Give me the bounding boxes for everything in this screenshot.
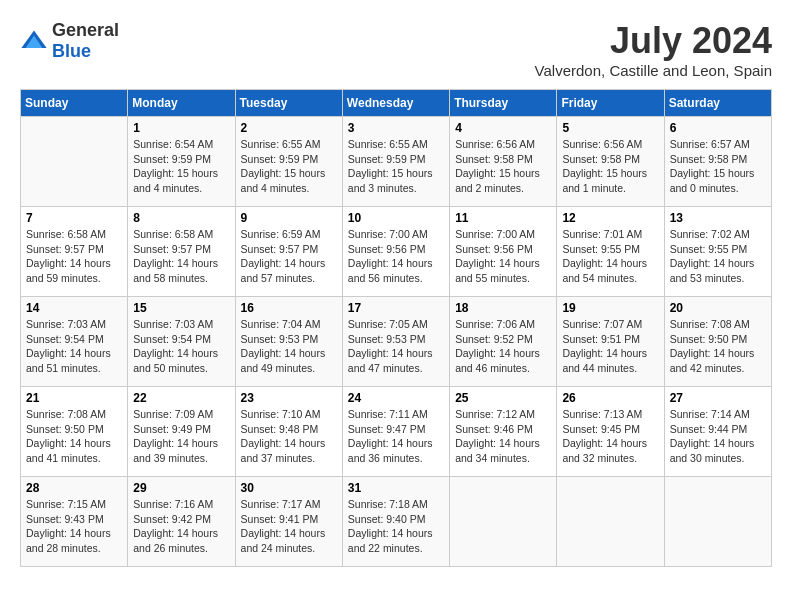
page-header: General Blue July 2024 Valverdon, Castil… [20,20,772,79]
calendar-cell: 10Sunrise: 7:00 AMSunset: 9:56 PMDayligh… [342,207,449,297]
day-number: 31 [348,481,444,495]
calendar-cell: 27Sunrise: 7:14 AMSunset: 9:44 PMDayligh… [664,387,771,477]
day-number: 29 [133,481,229,495]
day-info: Sunrise: 6:55 AMSunset: 9:59 PMDaylight:… [348,137,444,196]
calendar-cell [21,117,128,207]
calendar-cell: 20Sunrise: 7:08 AMSunset: 9:50 PMDayligh… [664,297,771,387]
day-number: 8 [133,211,229,225]
calendar-cell: 3Sunrise: 6:55 AMSunset: 9:59 PMDaylight… [342,117,449,207]
calendar-cell: 23Sunrise: 7:10 AMSunset: 9:48 PMDayligh… [235,387,342,477]
day-number: 26 [562,391,658,405]
day-info: Sunrise: 7:13 AMSunset: 9:45 PMDaylight:… [562,407,658,466]
calendar-week-row: 14Sunrise: 7:03 AMSunset: 9:54 PMDayligh… [21,297,772,387]
day-info: Sunrise: 7:06 AMSunset: 9:52 PMDaylight:… [455,317,551,376]
calendar-cell: 13Sunrise: 7:02 AMSunset: 9:55 PMDayligh… [664,207,771,297]
day-number: 11 [455,211,551,225]
day-info: Sunrise: 6:58 AMSunset: 9:57 PMDaylight:… [26,227,122,286]
logo: General Blue [20,20,119,62]
column-header-tuesday: Tuesday [235,90,342,117]
column-header-friday: Friday [557,90,664,117]
calendar-cell: 19Sunrise: 7:07 AMSunset: 9:51 PMDayligh… [557,297,664,387]
calendar-cell: 15Sunrise: 7:03 AMSunset: 9:54 PMDayligh… [128,297,235,387]
calendar-cell: 2Sunrise: 6:55 AMSunset: 9:59 PMDaylight… [235,117,342,207]
calendar-cell [450,477,557,567]
calendar-cell: 22Sunrise: 7:09 AMSunset: 9:49 PMDayligh… [128,387,235,477]
day-number: 30 [241,481,337,495]
day-number: 18 [455,301,551,315]
calendar-cell: 9Sunrise: 6:59 AMSunset: 9:57 PMDaylight… [235,207,342,297]
calendar-week-row: 1Sunrise: 6:54 AMSunset: 9:59 PMDaylight… [21,117,772,207]
calendar-cell: 30Sunrise: 7:17 AMSunset: 9:41 PMDayligh… [235,477,342,567]
page-subtitle: Valverdon, Castille and Leon, Spain [535,62,772,79]
day-number: 25 [455,391,551,405]
day-info: Sunrise: 6:56 AMSunset: 9:58 PMDaylight:… [455,137,551,196]
day-info: Sunrise: 7:16 AMSunset: 9:42 PMDaylight:… [133,497,229,556]
day-number: 3 [348,121,444,135]
day-number: 4 [455,121,551,135]
calendar-cell [664,477,771,567]
title-block: July 2024 Valverdon, Castille and Leon, … [535,20,772,79]
calendar-week-row: 28Sunrise: 7:15 AMSunset: 9:43 PMDayligh… [21,477,772,567]
day-number: 17 [348,301,444,315]
column-header-monday: Monday [128,90,235,117]
calendar-cell: 21Sunrise: 7:08 AMSunset: 9:50 PMDayligh… [21,387,128,477]
day-info: Sunrise: 7:12 AMSunset: 9:46 PMDaylight:… [455,407,551,466]
calendar-table: SundayMondayTuesdayWednesdayThursdayFrid… [20,89,772,567]
day-number: 21 [26,391,122,405]
calendar-week-row: 21Sunrise: 7:08 AMSunset: 9:50 PMDayligh… [21,387,772,477]
calendar-cell: 8Sunrise: 6:58 AMSunset: 9:57 PMDaylight… [128,207,235,297]
day-number: 5 [562,121,658,135]
day-number: 16 [241,301,337,315]
day-number: 2 [241,121,337,135]
day-info: Sunrise: 6:55 AMSunset: 9:59 PMDaylight:… [241,137,337,196]
day-info: Sunrise: 7:04 AMSunset: 9:53 PMDaylight:… [241,317,337,376]
calendar-cell: 12Sunrise: 7:01 AMSunset: 9:55 PMDayligh… [557,207,664,297]
day-number: 28 [26,481,122,495]
calendar-cell: 29Sunrise: 7:16 AMSunset: 9:42 PMDayligh… [128,477,235,567]
day-info: Sunrise: 7:15 AMSunset: 9:43 PMDaylight:… [26,497,122,556]
day-info: Sunrise: 7:14 AMSunset: 9:44 PMDaylight:… [670,407,766,466]
calendar-cell: 31Sunrise: 7:18 AMSunset: 9:40 PMDayligh… [342,477,449,567]
logo-blue: Blue [52,41,91,61]
column-header-thursday: Thursday [450,90,557,117]
calendar-cell: 1Sunrise: 6:54 AMSunset: 9:59 PMDaylight… [128,117,235,207]
day-number: 6 [670,121,766,135]
calendar-cell: 26Sunrise: 7:13 AMSunset: 9:45 PMDayligh… [557,387,664,477]
calendar-week-row: 7Sunrise: 6:58 AMSunset: 9:57 PMDaylight… [21,207,772,297]
day-info: Sunrise: 7:08 AMSunset: 9:50 PMDaylight:… [26,407,122,466]
day-number: 12 [562,211,658,225]
column-header-wednesday: Wednesday [342,90,449,117]
day-info: Sunrise: 6:58 AMSunset: 9:57 PMDaylight:… [133,227,229,286]
day-number: 7 [26,211,122,225]
calendar-cell: 18Sunrise: 7:06 AMSunset: 9:52 PMDayligh… [450,297,557,387]
calendar-header-row: SundayMondayTuesdayWednesdayThursdayFrid… [21,90,772,117]
day-info: Sunrise: 7:03 AMSunset: 9:54 PMDaylight:… [26,317,122,376]
day-number: 9 [241,211,337,225]
logo-icon [20,27,48,55]
calendar-cell: 14Sunrise: 7:03 AMSunset: 9:54 PMDayligh… [21,297,128,387]
day-info: Sunrise: 7:00 AMSunset: 9:56 PMDaylight:… [455,227,551,286]
logo-text: General Blue [52,20,119,62]
calendar-cell: 4Sunrise: 6:56 AMSunset: 9:58 PMDaylight… [450,117,557,207]
day-number: 24 [348,391,444,405]
day-info: Sunrise: 7:01 AMSunset: 9:55 PMDaylight:… [562,227,658,286]
day-number: 15 [133,301,229,315]
day-info: Sunrise: 7:03 AMSunset: 9:54 PMDaylight:… [133,317,229,376]
calendar-cell: 7Sunrise: 6:58 AMSunset: 9:57 PMDaylight… [21,207,128,297]
column-header-sunday: Sunday [21,90,128,117]
day-number: 1 [133,121,229,135]
calendar-cell: 5Sunrise: 6:56 AMSunset: 9:58 PMDaylight… [557,117,664,207]
day-info: Sunrise: 7:18 AMSunset: 9:40 PMDaylight:… [348,497,444,556]
calendar-cell: 6Sunrise: 6:57 AMSunset: 9:58 PMDaylight… [664,117,771,207]
day-info: Sunrise: 7:17 AMSunset: 9:41 PMDaylight:… [241,497,337,556]
day-info: Sunrise: 6:59 AMSunset: 9:57 PMDaylight:… [241,227,337,286]
calendar-cell: 25Sunrise: 7:12 AMSunset: 9:46 PMDayligh… [450,387,557,477]
calendar-cell [557,477,664,567]
day-number: 22 [133,391,229,405]
calendar-cell: 24Sunrise: 7:11 AMSunset: 9:47 PMDayligh… [342,387,449,477]
day-info: Sunrise: 7:05 AMSunset: 9:53 PMDaylight:… [348,317,444,376]
day-number: 27 [670,391,766,405]
calendar-cell: 28Sunrise: 7:15 AMSunset: 9:43 PMDayligh… [21,477,128,567]
day-number: 10 [348,211,444,225]
page-title: July 2024 [535,20,772,62]
